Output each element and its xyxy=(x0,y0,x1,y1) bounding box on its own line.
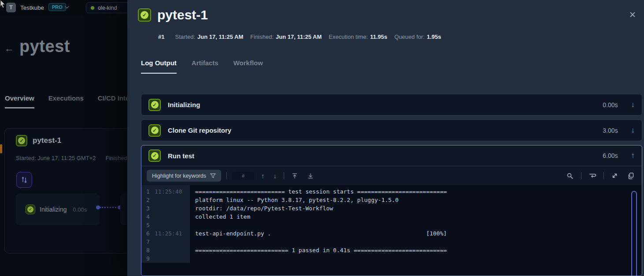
drawer-meta-row: #1 Started:Jun 17, 11:25 AM Finished:Jun… xyxy=(158,34,441,40)
search-icon xyxy=(566,172,574,179)
step-connector xyxy=(96,204,122,211)
mouse-cursor-icon xyxy=(0,0,7,9)
fullscreen-button[interactable] xyxy=(609,172,620,179)
run-number: #1 xyxy=(158,34,164,40)
section-run-test: ✓ Run test 6.00s ↑ Highlight for keyword… xyxy=(141,145,642,276)
orange-accent-marker xyxy=(0,144,2,153)
wrap-lines-button[interactable] xyxy=(587,173,598,179)
execution-time-label: Execution time: xyxy=(329,34,368,40)
scroll-to-bottom-button[interactable] xyxy=(305,173,316,179)
finished-label: Finished: xyxy=(250,34,274,40)
section-duration: 6.00s xyxy=(603,152,618,159)
tab-workflow[interactable]: Workflow xyxy=(233,59,263,74)
execution-card-meta: Started: June 17, 11:25 GMT+2 Finished: … xyxy=(16,155,137,161)
toolbar-divider xyxy=(226,172,227,179)
testkube-logo: T xyxy=(6,3,16,12)
log-line: 5 xyxy=(141,221,642,229)
section-duration: 0.00s xyxy=(603,101,618,108)
section-initializing[interactable]: ✓ Initializing 0.00s ↓ xyxy=(141,94,642,116)
search-logs-button[interactable] xyxy=(564,172,576,179)
log-line: 7 xyxy=(141,238,642,246)
log-lines: 111:25:40========================== test… xyxy=(141,185,642,263)
step-label: Initializing xyxy=(40,206,67,213)
drawer-header: ✓ pytest-1 xyxy=(138,7,208,22)
section-label: Run test xyxy=(168,152,596,160)
execution-card-header: ✓ pytest-1 xyxy=(16,135,61,146)
step-passed-icon: ✓ xyxy=(26,205,35,214)
next-match-button[interactable]: ↓ xyxy=(271,172,278,179)
drawer-tabs: Log Output Artifacts Workflow xyxy=(141,59,263,74)
collapse-arrow-icon[interactable]: ↑ xyxy=(631,151,635,160)
previous-match-button[interactable]: ↑ xyxy=(259,172,266,179)
env-name: ole-kind xyxy=(98,5,126,11)
log-line: 9 xyxy=(141,254,642,263)
env-status-dot-icon xyxy=(91,6,94,10)
started-value: Jun 17, 11:25 AM xyxy=(197,34,243,40)
execution-time-value: 11.95s xyxy=(370,34,387,40)
back-button[interactable]: ← xyxy=(4,43,14,54)
workflow-steps-button[interactable] xyxy=(16,172,32,188)
expand-arrow-icon[interactable]: ↓ xyxy=(631,126,635,135)
section-run-test-header[interactable]: ✓ Run test 6.00s ↑ xyxy=(141,145,642,166)
step-duration: 0.00s xyxy=(73,206,87,213)
log-line: 4collected 1 item xyxy=(141,213,642,221)
toolbar-divider xyxy=(581,172,581,179)
highlight-keywords-button[interactable]: Highlight for keywords xyxy=(147,170,221,182)
execution-drawer: ✓ pytest-1 ✕ #1 Started:Jun 17, 11:25 AM… xyxy=(127,0,644,276)
tab-artifacts[interactable]: Artifacts xyxy=(192,59,218,74)
expand-arrow-icon[interactable]: ↓ xyxy=(631,101,635,109)
expand-diagonal-icon xyxy=(611,172,618,179)
log-line: 8=========================== 1 passed in… xyxy=(141,246,642,254)
brand-name: Testkube xyxy=(20,4,44,11)
log-line: 111:25:40========================== test… xyxy=(141,187,642,196)
close-icon[interactable]: ✕ xyxy=(629,10,636,20)
highlight-keywords-label: Highlight for keywords xyxy=(152,173,206,179)
copy-icon xyxy=(628,172,634,179)
finished-value: Jun 17, 11:25 AM xyxy=(276,34,322,40)
log-output-console[interactable]: 111:25:40========================== test… xyxy=(141,185,642,276)
section-clone-git-repository[interactable]: ✓ Clone Git repository 3.00s ↓ xyxy=(141,119,642,141)
queued-for-value: 1.95s xyxy=(427,34,441,40)
section-label: Initializing xyxy=(168,101,596,108)
git-compare-icon xyxy=(21,176,28,183)
queued-for-label: Queued for: xyxy=(394,34,425,40)
log-line: 3rootdir: /data/repo/Pytest-Test-Workflo… xyxy=(141,204,642,213)
org-chevron-down-icon[interactable] xyxy=(64,6,70,9)
tab-overview[interactable]: Overview xyxy=(5,94,34,108)
card-started-text: Started: June 17, 11:25 GMT+2 xyxy=(16,155,96,161)
drawer-passed-status-icon: ✓ xyxy=(138,8,151,22)
toolbar-divider xyxy=(603,172,604,179)
scroll-to-top-icon xyxy=(292,173,298,179)
section-label: Clone Git repository xyxy=(168,127,596,134)
step-card-initializing[interactable]: ✓ Initializing 0.00s xyxy=(16,194,100,225)
scroll-to-bottom-icon xyxy=(307,173,314,179)
log-scrollbar-thumb[interactable] xyxy=(631,191,637,276)
section-passed-icon: ✓ xyxy=(148,149,161,162)
copy-logs-button[interactable] xyxy=(625,172,637,179)
tab-log-output[interactable]: Log Output xyxy=(141,59,177,74)
toolbar-divider xyxy=(284,172,284,179)
app-window: T Testkube PRO ole-kind ← pytest Overvie… xyxy=(0,0,644,276)
wrap-text-icon xyxy=(589,173,596,179)
pro-badge: PRO xyxy=(48,3,66,11)
scroll-to-top-button[interactable] xyxy=(289,173,300,179)
log-line: 611:25:41test-api-endpoint.py . [100%] xyxy=(141,229,642,238)
tab-executions[interactable]: Executions xyxy=(48,94,84,108)
log-line: 2platform linux -- Python 3.8.17, pytest… xyxy=(141,196,642,204)
execution-card-title: pytest-1 xyxy=(33,136,61,145)
section-duration: 3.00s xyxy=(603,127,618,134)
started-label: Started: xyxy=(175,34,195,40)
section-passed-icon: ✓ xyxy=(148,124,161,137)
connector-dotted-line xyxy=(100,207,119,208)
search-match-count[interactable]: ø xyxy=(232,172,254,180)
drawer-title: pytest-1 xyxy=(157,7,208,22)
filter-funnel-icon xyxy=(210,173,216,179)
log-toolbar: Highlight for keywords ø ↑ ↓ xyxy=(141,166,642,185)
passed-status-icon: ✓ xyxy=(16,135,27,146)
section-passed-icon: ✓ xyxy=(148,99,161,111)
page-title: pytest xyxy=(19,37,70,56)
